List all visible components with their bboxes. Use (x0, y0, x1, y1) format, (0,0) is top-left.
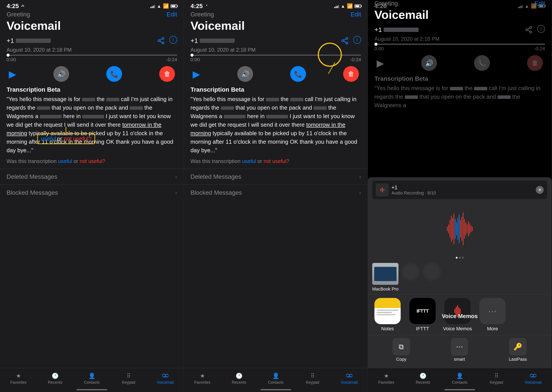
recents-icon-2: 🕐 (235, 372, 242, 379)
more-share-item[interactable]: ··· More (477, 298, 508, 332)
call-button-2[interactable]: 📞 (290, 66, 306, 82)
share-button-1[interactable] (156, 36, 166, 45)
header-2: Greeting Edit (184, 11, 368, 18)
favorites-icon-2: ★ (200, 372, 205, 379)
useful-link-2[interactable]: useful (242, 158, 256, 164)
bottom-actions-row: ⧉ Copy ⋯ smart 🔑 LastPass (368, 335, 552, 364)
edit-button-2[interactable]: Edit (351, 11, 361, 18)
home-indicator-3 (444, 389, 475, 390)
audio-icon (376, 183, 389, 196)
tab-recents-1[interactable]: 🕐 Recents (37, 372, 74, 385)
voicemail-item-2[interactable]: +1 i August 10, 2020 at 2:18 PM 0:00 (184, 36, 368, 82)
contacts-label-3: Contacts (452, 380, 467, 385)
feedback-line-2: Was this transcription useful or not use… (184, 158, 368, 164)
voicemail-item-3: +1 i August 10, 2020 at 2:18 PM (368, 25, 552, 71)
audio-recording-card: +1 Audio Recording · 8/10 ✕ (372, 181, 547, 199)
number-prefix-1: +1 (7, 37, 14, 44)
info-button-2[interactable]: i (353, 36, 361, 44)
vm-header-2: +1 i (191, 36, 361, 45)
lastpass-item[interactable]: 🔑 LastPass (509, 338, 527, 362)
tab-recents-2[interactable]: 🕐 Recents (221, 372, 257, 385)
trans-title-1: Transcription Beta (7, 86, 177, 93)
smart-item[interactable]: ⋯ smart (451, 338, 468, 362)
voice-memos-label-icon: Voice Memos (443, 326, 472, 332)
greeting-1: Greeting (7, 11, 30, 18)
call-button-1[interactable]: 📞 (106, 66, 122, 82)
useful-link-1[interactable]: useful (58, 158, 72, 164)
notes-share-item[interactable]: Notes (372, 298, 403, 332)
speaker-button-1[interactable]: 🔊 (53, 66, 69, 82)
status-icons-2: ▲ 📶 (334, 3, 361, 9)
progress-bar-2[interactable]: 0:00 -0:24 (191, 55, 361, 63)
tab-contacts-3[interactable]: 👤 Contacts (441, 372, 478, 385)
favorites-icon-1: ★ (16, 372, 21, 379)
not-useful-link-2[interactable]: not useful? (263, 158, 289, 164)
tab-contacts-1[interactable]: 👤 Contacts (74, 372, 110, 385)
copy-icon: ⧉ (393, 338, 410, 356)
voice-memos-label: Voice Memos (442, 313, 478, 320)
greeting-2: Greeting (191, 11, 214, 18)
macbook-icon (372, 263, 399, 285)
vm-actions-2: i (340, 36, 361, 45)
deleted-messages-1[interactable]: Deleted Messages › (0, 169, 184, 185)
status-bar-1: 4:25 ▲ 📶 (0, 0, 184, 11)
tab-voicemail-2[interactable]: Voicemail (331, 372, 368, 385)
blocked-messages-2[interactable]: Blocked Messages › (184, 185, 368, 201)
tab-keypad-2[interactable]: ⠿ Keypad (294, 372, 331, 385)
tab-recents-3[interactable]: 🕐 Recents (405, 372, 441, 385)
transcription-1: Transcription Beta "Yes hello this messa… (0, 86, 184, 155)
voicemail-item-1[interactable]: +1 i August 10, 2020 at 2:18 PM 0:00 (0, 36, 184, 82)
vm-timestamp-2: August 10, 2020 at 2:18 PM (191, 47, 361, 53)
status-time-3: 4:26 (374, 3, 387, 10)
blocked-messages-1[interactable]: Blocked Messages › (0, 185, 184, 201)
lastpass-label: LastPass (509, 357, 527, 362)
speaker-button-2[interactable]: 🔊 (237, 66, 253, 82)
tab-favorites-3[interactable]: ★ Favorites (368, 372, 405, 385)
delete-button-1[interactable]: 🗑 (159, 66, 175, 82)
chevron-deleted-2: › (359, 174, 361, 180)
ifttt-share-item[interactable]: IFTTT IFTTT (407, 298, 438, 332)
contacts-icon-2: 👤 (272, 372, 279, 379)
tab-voicemail-1[interactable]: Voicemail (147, 372, 184, 385)
voicemail-icon-1 (162, 372, 168, 379)
battery-icon-2 (354, 4, 361, 8)
copy-label: Copy (396, 357, 407, 362)
info-button-1[interactable]: i (169, 36, 177, 44)
tab-contacts-2[interactable]: 👤 Contacts (257, 372, 294, 385)
progress-bar-1[interactable]: 0:00 -0:24 (7, 55, 177, 63)
audio-card-info: +1 Audio Recording · 8/10 (392, 184, 533, 196)
delete-button-2[interactable]: 🗑 (343, 66, 359, 82)
edit-button-1[interactable]: Edit (167, 11, 177, 18)
close-share-button[interactable]: ✕ (536, 186, 544, 194)
not-useful-link-1[interactable]: not useful? (80, 158, 105, 164)
smart-label: smart (454, 357, 465, 362)
play-button-1[interactable]: ▶ (9, 69, 16, 80)
battery-icon-3 (538, 4, 545, 8)
vm-number-2: +1 (191, 37, 235, 44)
contacts-label-2: Contacts (268, 380, 283, 385)
macbook-item[interactable]: MacBook Pro (372, 263, 399, 292)
tab-keypad-3[interactable]: ⠿ Keypad (478, 372, 515, 385)
tab-voicemail-3[interactable]: Voicemail (515, 372, 552, 385)
status-time-2: 4:25 (191, 3, 203, 10)
more-icon: ··· (479, 298, 506, 324)
favorites-label-2: Favorites (194, 380, 210, 385)
tab-favorites-2[interactable]: ★ Favorites (184, 372, 221, 385)
notes-app-label: Notes (381, 326, 394, 332)
share-button-2[interactable] (340, 36, 350, 45)
copy-item[interactable]: ⧉ Copy (393, 338, 410, 362)
blurred-device-1: ··· (402, 263, 420, 292)
svg-rect-2 (164, 377, 167, 377)
header-1: Greeting Edit (0, 11, 184, 18)
vm-timestamp-1: August 10, 2020 at 2:18 PM (7, 47, 177, 53)
status-time-1: 4:25 (7, 3, 19, 10)
number-prefix-2: +1 (191, 37, 198, 44)
status-icons-3: ▲ 📶 (518, 3, 545, 9)
favorites-icon-3: ★ (384, 372, 389, 379)
deleted-messages-2[interactable]: Deleted Messages › (184, 169, 368, 185)
battery-icon-1 (171, 4, 177, 8)
tab-keypad-1[interactable]: ⠿ Keypad (110, 372, 147, 385)
transcription-2: Transcription Beta "Yes hello this messa… (184, 86, 368, 155)
tab-favorites-1[interactable]: ★ Favorites (0, 372, 37, 385)
play-button-2[interactable]: ▶ (193, 69, 200, 80)
